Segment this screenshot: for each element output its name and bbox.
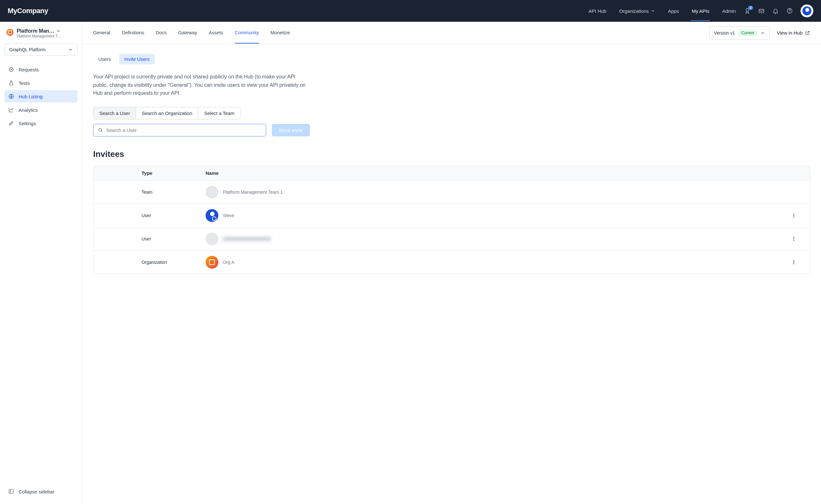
collapse-icon bbox=[8, 489, 14, 494]
sidebar-item-tests[interactable]: Tests bbox=[4, 77, 77, 89]
nav-admin[interactable]: Admin bbox=[721, 1, 736, 21]
logo: MyCompany bbox=[8, 7, 48, 15]
sidebar-item-label: Settings bbox=[19, 121, 36, 126]
collapse-sidebar-button[interactable]: Collapse sidebar bbox=[4, 485, 77, 498]
tab-definitions[interactable]: Definitions bbox=[122, 22, 144, 44]
top-header: MyCompany API Hub Organizations Apps My … bbox=[0, 0, 821, 22]
table-row: Team Platform Management Team 1 bbox=[93, 181, 810, 204]
invitees-table: Type Name Team Platform Management Team … bbox=[93, 166, 810, 274]
search-icon bbox=[98, 127, 103, 133]
row-more-button[interactable] bbox=[784, 236, 803, 241]
external-link-icon bbox=[805, 30, 810, 36]
tabs-bar: General Definitions Docs Gateway Assets … bbox=[82, 22, 821, 44]
svg-point-9 bbox=[793, 214, 794, 214]
svg-rect-7 bbox=[9, 490, 13, 493]
subtab-invite-users[interactable]: Invite Users bbox=[119, 54, 155, 64]
chart-icon bbox=[8, 107, 14, 113]
table-row: Organization Org A bbox=[93, 251, 810, 274]
sidebar-item-settings[interactable]: Settings bbox=[4, 117, 77, 129]
search-input[interactable] bbox=[106, 127, 261, 133]
tab-assets[interactable]: Assets bbox=[209, 22, 223, 44]
tab-general[interactable]: General bbox=[93, 22, 110, 44]
version-label: Version v1 bbox=[714, 30, 735, 36]
chevron-down-icon bbox=[56, 29, 61, 33]
segment-search-org[interactable]: Search an Organization bbox=[136, 107, 199, 119]
segment-search-user[interactable]: Search a User bbox=[93, 107, 136, 119]
user-avatar[interactable] bbox=[801, 4, 813, 17]
award-notifications-button[interactable]: 2 bbox=[744, 8, 751, 14]
project-title: Platform Man… bbox=[17, 28, 54, 34]
cell-name: Steve bbox=[223, 213, 234, 218]
svg-point-5 bbox=[11, 69, 12, 70]
platform-selector[interactable]: GraphQL Platform bbox=[4, 44, 77, 56]
sidebar-item-analytics[interactable]: Analytics bbox=[4, 104, 77, 116]
avatar bbox=[206, 232, 218, 245]
project-icon bbox=[6, 29, 13, 36]
cell-name: Platform Management Team 1 bbox=[223, 190, 283, 195]
svg-point-15 bbox=[793, 260, 794, 261]
notification-badge: 2 bbox=[748, 6, 753, 10]
nav-organizations-label: Organizations bbox=[619, 8, 649, 14]
tab-docs[interactable]: Docs bbox=[156, 22, 167, 44]
nav-api-hub[interactable]: API Hub bbox=[588, 1, 607, 21]
svg-point-12 bbox=[793, 237, 794, 238]
collapse-label: Collapse sidebar bbox=[19, 489, 54, 494]
invitees-title: Invitees bbox=[93, 149, 810, 159]
cell-type: Organization bbox=[142, 260, 206, 265]
row-more-button[interactable] bbox=[784, 260, 803, 265]
inbox-button[interactable] bbox=[758, 8, 765, 14]
avatar bbox=[206, 256, 218, 269]
search-box bbox=[93, 124, 266, 136]
sidebar-item-requests[interactable]: Requests bbox=[4, 63, 77, 76]
sidebar-item-label: Analytics bbox=[19, 107, 38, 113]
inbox-icon bbox=[758, 8, 765, 14]
platform-selector-label: GraphQL Platform bbox=[9, 47, 45, 52]
nav-organizations[interactable]: Organizations bbox=[619, 1, 656, 21]
redacted-name bbox=[223, 237, 271, 241]
version-selector[interactable]: Version v1 Current bbox=[709, 26, 770, 40]
table-row: User bbox=[93, 227, 810, 251]
row-more-button[interactable] bbox=[784, 213, 803, 218]
globe-icon bbox=[8, 93, 14, 99]
nav-apps[interactable]: Apps bbox=[667, 1, 679, 21]
more-vertical-icon bbox=[791, 213, 796, 218]
chevron-down-icon bbox=[68, 47, 73, 52]
target-icon bbox=[8, 67, 14, 72]
svg-point-8 bbox=[99, 128, 102, 131]
col-name: Name bbox=[206, 170, 784, 176]
chevron-down-icon bbox=[651, 9, 655, 13]
description-text: Your API project is currently private an… bbox=[93, 73, 311, 97]
cell-type: User bbox=[142, 236, 206, 241]
sidebar: Platform Man… Platform Management T… Gra… bbox=[0, 22, 82, 504]
tab-community[interactable]: Community bbox=[235, 22, 259, 44]
svg-point-17 bbox=[793, 263, 794, 264]
cell-type: Team bbox=[142, 190, 206, 195]
cell-type: User bbox=[142, 213, 206, 218]
sidebar-item-label: Tests bbox=[19, 80, 30, 86]
bell-button[interactable] bbox=[772, 8, 779, 14]
tab-monetize[interactable]: Monetize bbox=[271, 22, 290, 44]
view-in-hub-link[interactable]: View in Hub bbox=[777, 30, 810, 36]
nav-my-apis[interactable]: My APIs bbox=[691, 1, 710, 21]
table-header: Type Name bbox=[93, 166, 810, 181]
segment-select-team[interactable]: Select a Team bbox=[198, 107, 240, 119]
view-in-hub-label: View in Hub bbox=[777, 30, 802, 36]
project-selector[interactable]: Platform Man… Platform Management T… bbox=[4, 28, 77, 38]
svg-point-4 bbox=[9, 68, 13, 71]
svg-point-14 bbox=[793, 240, 794, 240]
avatar bbox=[206, 209, 218, 222]
more-vertical-icon bbox=[791, 260, 796, 265]
sidebar-item-hub-listing[interactable]: Hub Listing bbox=[4, 90, 77, 102]
sidebar-item-label: Requests bbox=[19, 67, 39, 72]
svg-point-13 bbox=[793, 239, 794, 239]
svg-point-16 bbox=[793, 262, 794, 263]
help-button[interactable] bbox=[786, 8, 793, 14]
pencil-icon bbox=[8, 120, 14, 126]
svg-rect-1 bbox=[759, 9, 764, 13]
tab-gateway[interactable]: Gateway bbox=[178, 22, 197, 44]
svg-point-11 bbox=[793, 216, 794, 217]
send-invite-button[interactable]: Send Invite bbox=[272, 124, 310, 136]
search-type-segments: Search a User Search an Organization Sel… bbox=[93, 107, 240, 119]
table-row: User Steve bbox=[93, 204, 810, 227]
subtab-users[interactable]: Users bbox=[93, 54, 116, 64]
